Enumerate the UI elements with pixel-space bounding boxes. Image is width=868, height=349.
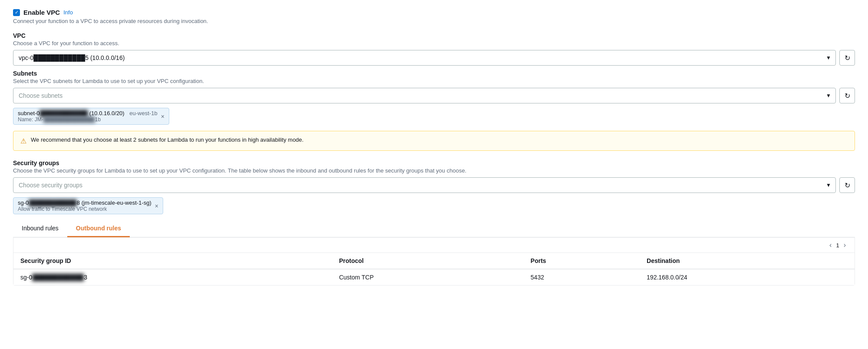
sg-tag-description: Allow traffic to Timescale VPC network (18, 206, 151, 212)
cell-protocol: Custom TCP (332, 269, 523, 285)
warning-box: ⚠ We recommend that you choose at least … (13, 131, 855, 151)
subnets-refresh-button[interactable]: ↻ (839, 88, 855, 103)
table-row: sg-0████████████3 Custom TCP 5432 192.16… (13, 269, 855, 285)
vpc-select-wrapper: vpc-0████████████5 (10.0.0.0/16) ▼ (13, 50, 836, 66)
subnet-tag-az: eu-west-1b (129, 110, 157, 116)
subnets-chevron-icon: ▼ (826, 93, 831, 99)
subnet-tag-0: subnet-0████████████ (10.0.16.0/20) eu-w… (13, 108, 169, 125)
enable-vpc-label: Enable VPC (23, 9, 60, 16)
security-groups-select[interactable]: Choose security groups ▼ (13, 177, 836, 193)
pagination: ‹ 1 › (828, 241, 848, 249)
outbound-rules-table: Security group ID Protocol Ports Destina… (13, 253, 855, 285)
subnets-tags: subnet-0████████████ (10.0.16.0/20) eu-w… (13, 108, 855, 125)
tab-outbound-rules[interactable]: Outbound rules (67, 220, 130, 237)
tab-inbound-rules[interactable]: Inbound rules (13, 220, 67, 237)
security-groups-select-row: Choose security groups ▼ ↻ (13, 177, 855, 193)
vpc-select[interactable]: vpc-0████████████5 (10.0.0.0/16) ▼ (13, 50, 836, 66)
cell-destination: 192.168.0.0/24 (640, 269, 855, 285)
pagination-prev-button[interactable]: ‹ (828, 241, 833, 249)
table-toolbar: ‹ 1 › (13, 238, 855, 253)
vpc-label: VPC (13, 32, 855, 39)
security-groups-description: Choose the VPC security groups for Lambd… (13, 167, 855, 174)
subnet-tag-name: Name: JM-██████████████1b (18, 116, 158, 123)
subnets-select[interactable]: Choose subnets ▼ (13, 88, 836, 103)
vpc-chevron-icon: ▼ (826, 55, 831, 61)
security-groups-tags: sg-0████████████8 (jm-timescale-eu-west-… (13, 197, 855, 214)
subnets-refresh-icon: ↻ (845, 92, 850, 100)
subnet-tag-close[interactable]: × (161, 113, 164, 120)
subnets-select-wrapper: Choose subnets ▼ (13, 88, 836, 103)
page-container: ✓ Enable VPC Info Connect your function … (0, 0, 868, 349)
security-groups-placeholder: Choose security groups (19, 182, 82, 189)
table-header: Security group ID Protocol Ports Destina… (13, 253, 855, 269)
subnets-description: Select the VPC subnets for Lambda to use… (13, 78, 855, 84)
warning-icon: ⚠ (20, 137, 26, 145)
rules-table-section: ‹ 1 › Security group ID Protocol Ports D… (13, 237, 855, 286)
info-link[interactable]: Info (63, 9, 73, 16)
vpc-description: Choose a VPC for your function to access… (13, 40, 855, 47)
sg-tag-0: sg-0████████████8 (jm-timescale-eu-west-… (13, 197, 163, 214)
cell-ports: 5432 (524, 269, 640, 285)
subnets-select-row: Choose subnets ▼ ↻ (13, 88, 855, 103)
col-security-group-id: Security group ID (13, 253, 332, 269)
vpc-refresh-button[interactable]: ↻ (839, 50, 855, 66)
table-body: sg-0████████████3 Custom TCP 5432 192.16… (13, 269, 855, 285)
enable-vpc-checkbox[interactable]: ✓ (13, 9, 20, 16)
warning-text: We recommend that you choose at least 2 … (31, 136, 303, 143)
vpc-refresh-icon: ↻ (845, 54, 850, 62)
security-groups-refresh-button[interactable]: ↻ (839, 177, 855, 193)
rules-tabs: Inbound rules Outbound rules (13, 220, 855, 237)
subnets-placeholder: Choose subnets (19, 92, 62, 99)
sg-tag-close[interactable]: × (155, 203, 158, 209)
security-groups-refresh-icon: ↻ (845, 181, 850, 189)
pagination-current-page: 1 (836, 242, 839, 249)
col-protocol: Protocol (332, 253, 523, 269)
enable-vpc-row: ✓ Enable VPC Info (13, 9, 855, 16)
security-groups-chevron-icon: ▼ (826, 182, 831, 188)
cell-sg-id: sg-0████████████3 (13, 269, 332, 285)
enable-vpc-description: Connect your function to a VPC to access… (13, 18, 855, 24)
security-groups-select-wrapper: Choose security groups ▼ (13, 177, 836, 193)
table-header-row: Security group ID Protocol Ports Destina… (13, 253, 855, 269)
sg-tag-id: sg-0████████████8 (jm-timescale-eu-west-… (18, 199, 151, 206)
subnets-label: Subnets (13, 70, 855, 77)
col-destination: Destination (640, 253, 855, 269)
pagination-next-button[interactable]: › (842, 241, 848, 249)
col-ports: Ports (524, 253, 640, 269)
vpc-select-row: vpc-0████████████5 (10.0.0.0/16) ▼ ↻ (13, 50, 855, 66)
subnet-tag-id: subnet-0████████████ (10.0.16.0/20) (18, 110, 125, 116)
vpc-selected-value: vpc-0████████████5 (10.0.0.0/16) (19, 54, 125, 61)
security-groups-label: Security groups (13, 160, 855, 166)
